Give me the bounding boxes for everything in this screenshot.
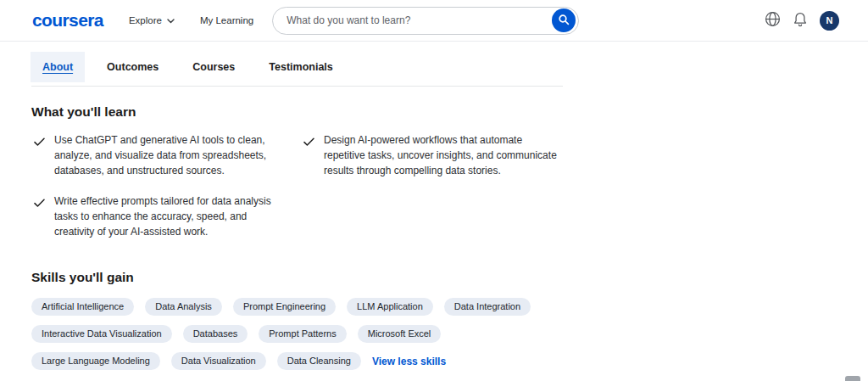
coursera-logo[interactable]: coursera — [32, 10, 103, 31]
explore-label: Explore — [129, 15, 162, 25]
tab-outcomes[interactable]: Outcomes — [95, 52, 170, 82]
skill-chip: Interactive Data Visualization — [31, 325, 172, 343]
notifications-button[interactable] — [793, 12, 807, 30]
skill-chip: Data Integration — [444, 298, 531, 316]
course-tabs: About Outcomes Courses Testimonials — [31, 52, 868, 82]
skill-chip: Databases — [183, 325, 248, 343]
chevron-down-icon — [167, 15, 175, 25]
checkmark-icon — [34, 135, 45, 150]
learn-item: Use ChatGPT and generative AI tools to c… — [34, 132, 288, 178]
search-button[interactable] — [552, 8, 576, 32]
view-less-skills-link[interactable]: View less skills — [372, 356, 446, 367]
my-learning-link[interactable]: My Learning — [200, 15, 253, 25]
search-icon — [558, 14, 570, 28]
top-navbar: coursera Explore My Learning — [0, 0, 868, 42]
search-bar[interactable] — [272, 7, 579, 35]
checkmark-icon — [34, 196, 45, 211]
skill-chip: Data Cleansing — [277, 352, 361, 370]
tabs-divider — [31, 86, 563, 87]
skill-chip: Microsoft Excel — [358, 325, 442, 343]
globe-icon — [765, 11, 781, 30]
what-you-learn-section: What you'll learn Use ChatGPT and genera… — [31, 104, 868, 239]
user-avatar[interactable]: N — [820, 11, 839, 31]
learn-item-text: Write effective prompts tailored for dat… — [54, 193, 288, 239]
skill-chip: Artificial Intelligence — [31, 298, 134, 316]
explore-menu[interactable]: Explore — [129, 15, 175, 25]
learn-items-grid: Use ChatGPT and generative AI tools to c… — [34, 132, 868, 239]
learn-item: Write effective prompts tailored for dat… — [34, 193, 288, 239]
skill-chip: Prompt Engineering — [233, 298, 336, 316]
chat-widget-icon[interactable] — [845, 376, 860, 381]
skill-chip: LLM Application — [347, 298, 433, 316]
skills-section-title: Skills you'll gain — [31, 270, 868, 285]
skill-chip: Data Analysis — [145, 298, 222, 316]
bell-icon — [793, 12, 807, 30]
skills-chip-list: Artificial Intelligence Data Analysis Pr… — [31, 298, 578, 370]
skill-chip: Large Language Modeling — [31, 352, 160, 370]
search-input[interactable] — [287, 14, 552, 26]
tab-about[interactable]: About — [31, 52, 85, 82]
checkmark-icon — [303, 135, 314, 150]
skills-section: Skills you'll gain Artificial Intelligen… — [31, 270, 868, 370]
learn-section-title: What you'll learn — [31, 104, 868, 120]
learn-item: Design AI-powered workflows that automat… — [303, 132, 559, 178]
tab-testimonials[interactable]: Testimonials — [257, 52, 344, 82]
learn-item-text: Use ChatGPT and generative AI tools to c… — [54, 132, 288, 178]
tab-courses[interactable]: Courses — [181, 52, 247, 82]
coursera-course-page: coursera Explore My Learning — [0, 0, 868, 381]
header-right-group: N — [765, 11, 839, 31]
language-globe-button[interactable] — [765, 11, 781, 30]
learn-item-text: Design AI-powered workflows that automat… — [324, 132, 559, 178]
skill-chip: Data Visualization — [171, 352, 266, 370]
skill-chip: Prompt Patterns — [259, 325, 346, 343]
